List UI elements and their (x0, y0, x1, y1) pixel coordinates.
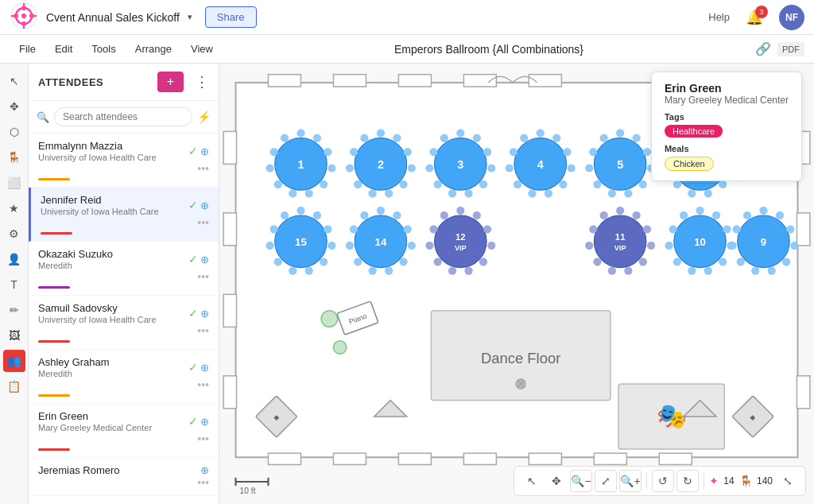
svg-point-55 (350, 148, 358, 156)
svg-point-182 (782, 258, 790, 266)
dots-icon[interactable]: ••• (197, 432, 209, 445)
tooltip-name: Erin Green (665, 82, 789, 95)
check-icon: ✓ (188, 307, 198, 320)
tool-image[interactable]: 🖼 (3, 324, 25, 347)
svg-point-158 (608, 266, 616, 274)
list-item[interactable]: Ashley Graham Meredith ✓ ⊕ ••• (29, 350, 219, 404)
tool-pen[interactable]: ✏ (3, 299, 25, 321)
dropdown-arrow[interactable]: ▾ (188, 12, 192, 22)
svg-text:3: 3 (457, 157, 463, 170)
app-title: Cvent Annual Sales Kickoff (46, 11, 180, 24)
tool-shape[interactable]: ⬜ (3, 172, 25, 194)
list-item[interactable]: Emmalynn Mazzia University of Iowa Healt… (29, 134, 219, 188)
svg-point-36 (328, 164, 335, 172)
svg-point-35 (324, 148, 331, 156)
expand-icon[interactable]: ⤡ (777, 470, 799, 492)
svg-point-68 (429, 148, 437, 156)
add-attendee-button[interactable]: + (157, 72, 184, 92)
svg-point-62 (487, 164, 495, 172)
check-icon: ✓ (188, 199, 198, 211)
check-icon: ✓ (188, 145, 198, 157)
dots-icon[interactable]: ••• (197, 476, 209, 489)
svg-text:14: 14 (374, 236, 386, 248)
dots-icon[interactable]: ••• (197, 216, 209, 229)
help-link[interactable]: Help (708, 11, 730, 23)
menu-tools[interactable]: Tools (82, 35, 125, 64)
redo-btn[interactable]: ↻ (676, 470, 699, 492)
seat-icon: ⊕ (200, 464, 209, 476)
tool-text[interactable]: T (3, 273, 25, 296)
tool-chair[interactable]: 🪑 (3, 146, 25, 169)
dots-icon[interactable]: ••• (197, 270, 209, 283)
menu-edit[interactable]: Edit (45, 35, 82, 64)
tool-people-active[interactable]: 👥 (3, 350, 25, 372)
dots-icon[interactable]: ••• (197, 324, 209, 337)
dots-icon[interactable]: ••• (197, 162, 209, 175)
svg-rect-24 (223, 131, 236, 164)
filter-icon[interactable]: ⚡ (197, 110, 211, 123)
sun-value: 14 (721, 475, 737, 487)
attendee-tooltip: Erin Green Mary Greeley Medical Center T… (651, 72, 802, 181)
svg-point-133 (350, 225, 358, 233)
list-item[interactable]: Jennifer Reid University of Iowa Health … (29, 188, 219, 242)
chair-value: 140 (755, 475, 774, 487)
notif-badge: 3 (755, 6, 768, 18)
menu-arrange[interactable]: Arrange (126, 35, 181, 64)
attendee-more-icon[interactable]: ⋮ (195, 73, 209, 91)
tool-star[interactable]: ★ (3, 197, 25, 219)
svg-rect-25 (223, 213, 236, 246)
svg-point-81 (510, 148, 517, 156)
canvas-area[interactable]: 1 2 (219, 64, 814, 504)
svg-point-95 (600, 134, 608, 142)
zoom-out-btn[interactable]: 🔍− (570, 470, 592, 492)
attendees-title: ATTENDEES (38, 76, 151, 88)
zoom-in-btn[interactable]: 🔍+ (619, 470, 642, 492)
svg-point-198 (321, 311, 337, 327)
tool-settings[interactable]: ⚙ (3, 223, 25, 245)
svg-point-145 (433, 258, 441, 266)
svg-rect-29 (797, 213, 809, 246)
list-item[interactable]: Samuil Sadovsky University of Iowa Healt… (29, 296, 219, 350)
menu-file[interactable]: File (10, 35, 45, 64)
attendee-name: Jennifer Reid (41, 194, 159, 206)
svg-point-50 (399, 180, 407, 188)
svg-point-49 (408, 164, 416, 172)
tool-table[interactable]: ⬡ (3, 121, 25, 143)
attendee-org: University of Iowa Health Care (41, 207, 159, 216)
tool-pan[interactable]: ✥ (3, 95, 25, 118)
svg-point-161 (589, 225, 597, 233)
menu-view[interactable]: View (181, 35, 223, 64)
svg-point-119 (266, 242, 273, 250)
tool-select[interactable]: ↖ (3, 70, 25, 92)
link-icon[interactable]: 🔗 (755, 41, 771, 56)
svg-point-180 (786, 225, 794, 233)
attendee-bar (38, 394, 70, 397)
search-icon: 🔍 (37, 111, 49, 123)
tool-list[interactable]: 📋 (3, 375, 25, 397)
tool-person[interactable]: 👤 (3, 248, 25, 270)
svg-point-169 (719, 258, 727, 266)
hand-tool-btn[interactable]: ✥ (545, 470, 568, 492)
svg-point-120 (270, 225, 278, 233)
svg-rect-30 (797, 376, 809, 409)
pdf-icon[interactable]: PDF (777, 42, 804, 56)
svg-point-69 (440, 134, 448, 142)
notifications-button[interactable]: 🔔 3 (746, 9, 763, 26)
list-item[interactable]: Olishia Farmer Meredith ✓ ⊕ (29, 496, 219, 504)
list-item[interactable]: Jeremias Romero ⊕ ••• (29, 458, 219, 496)
dots-icon[interactable]: ••• (197, 378, 209, 391)
list-item[interactable]: Erin Green Mary Greeley Medical Center ✓… (29, 404, 219, 458)
svg-point-140 (483, 225, 491, 233)
user-avatar[interactable]: NF (779, 5, 804, 30)
cursor-tool-btn[interactable]: ↖ (521, 470, 543, 492)
svg-point-37 (320, 180, 328, 188)
list-item[interactable]: Okazaki Suzuko Meredith ✓ ⊕ ••• (29, 242, 219, 296)
zoom-fit-btn[interactable]: ⤢ (595, 470, 617, 492)
share-button[interactable]: Share (205, 6, 257, 28)
svg-point-154 (643, 225, 651, 233)
search-input[interactable] (54, 107, 192, 126)
attendee-name: Ashley Graham (38, 356, 110, 368)
undo-btn[interactable]: ↺ (652, 470, 674, 492)
attendee-org: University of Iowa Health Care (38, 153, 157, 162)
svg-rect-26 (223, 294, 236, 327)
